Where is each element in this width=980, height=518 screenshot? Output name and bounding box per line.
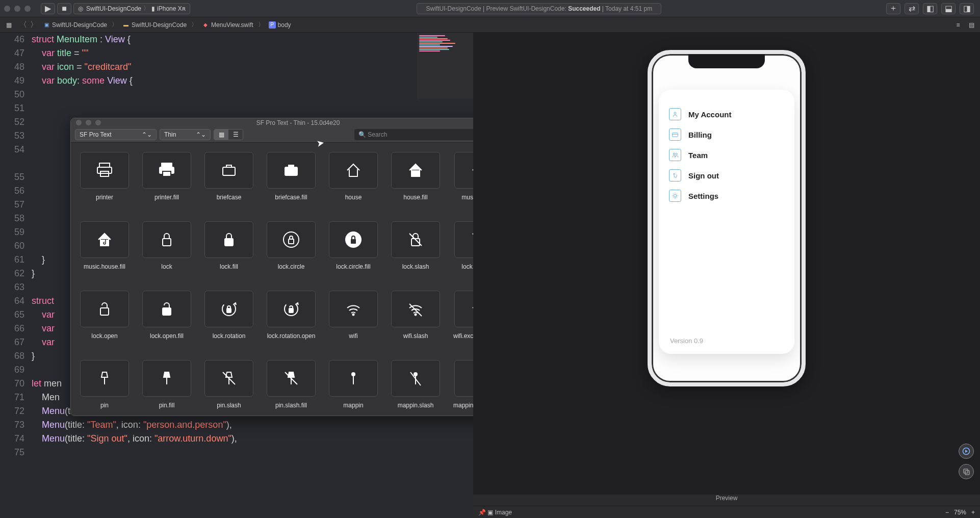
svg-rect-1 [97,167,112,173]
symbol-lock[interactable]: lock [142,221,191,277]
printer-fill-icon [142,152,191,189]
svg-point-25 [415,314,417,316]
symbol-lock-circle-fill[interactable]: lock.circle.fill [329,221,378,277]
symbol-grid[interactable]: printer printer.fill briefcase briefcase… [71,143,473,416]
symbol-printer[interactable]: printer [80,152,129,208]
menu-item-label: Sign out [688,171,719,180]
printer-icon [80,152,129,189]
status-prefix: SwiftUI-DesignCode | Preview SwiftUI-Des… [426,5,566,12]
wifi-icon [329,291,378,327]
svg-point-24 [353,314,354,316]
symbol-house-fill[interactable]: house.fill [391,152,440,208]
svg-point-43 [676,153,677,154]
zoom-in-button[interactable]: + [971,509,975,516]
symbol-label: pin.slash.fill [275,402,307,416]
svg-rect-9 [225,239,233,246]
symbol-lock-fill[interactable]: lock.fill [204,221,253,277]
minimize-window-button[interactable] [14,6,20,12]
symbol-wifi-excl[interactable]: wifi.exclamationm… [453,291,473,347]
symbol-label: pin.slash [217,402,241,416]
adjust-editor-button[interactable]: ▤ [966,19,977,31]
menu-item-gear[interactable]: Settings [669,186,784,206]
app-icon: ◎ [78,5,83,12]
resume-preview-button[interactable] [959,444,974,459]
panel-right-button[interactable]: ◨ [960,3,974,14]
swift-file-icon: ◆ [202,21,209,29]
breadcrumb[interactable]: ▣ SwiftUI-DesignCode 〉 ▬ SwiftUI-DesignC… [43,20,291,29]
symbol-music-house-fill[interactable]: music.house.fill [80,221,129,277]
crumb-symbol: body [278,21,291,29]
symbol-pin-slash-fill[interactable]: pin.slash.fill [267,360,316,416]
symbol-lock-circle[interactable]: lock.circle [267,221,316,277]
symbol-label: house.fill [403,194,427,208]
menu-item-creditcard[interactable]: Billing [669,124,784,145]
symbol-lock-rotation-open[interactable]: lock.rotation.open [267,291,316,347]
pin-icon[interactable]: 📌 [478,509,486,516]
minimap[interactable] [417,33,473,99]
symbol-briefcase[interactable]: briefcase [204,152,253,208]
weight-select[interactable]: Thin⌃⌄ [160,129,211,140]
duplicate-preview-button[interactable] [959,464,974,479]
symbol-briefcase-fill[interactable]: briefcase.fill [267,152,316,208]
people-icon [669,149,681,161]
list-view-button[interactable]: ☰ [228,130,243,140]
symbol-mappin-slash[interactable]: mappin.slash [391,360,440,416]
menu-item-people[interactable]: Team [669,145,784,165]
symbol-house[interactable]: house [329,152,378,208]
symbol-mappin-ellipse[interactable]: mappin.and.ellipse [453,360,473,416]
code-review-button[interactable]: ⇄ [905,3,919,14]
panel-left-button[interactable]: ◧ [923,3,937,14]
symbol-label: lock.open [91,332,117,347]
symbol-lock-slash-fill[interactable]: lock.slash.fill [453,221,473,277]
preview-pane: My Account Billing Team Sign out Setting… [473,33,980,518]
view-mode-toggle[interactable]: ▦ ☰ [214,129,243,140]
panel-bottom-button[interactable]: ⬓ [941,3,956,14]
symbol-pin[interactable]: pin [80,360,129,416]
symbol-label: music.house [461,194,473,208]
symbol-label: wifi [349,332,357,347]
symbol-search-input[interactable]: 🔍 Search [354,129,473,140]
zoom-window-button[interactable] [24,6,31,12]
line-gutter: 464748495051525354 555657585960616263646… [0,33,32,459]
run-button[interactable]: ▶ [41,3,55,14]
symbol-lock-rotation[interactable]: lock.rotation [204,291,253,347]
preview-tab-label[interactable]: Preview [473,495,980,506]
symbol-printer-fill[interactable]: printer.fill [142,152,191,208]
mappin-ellipse-icon [454,360,473,397]
symbol-music-house[interactable]: music.house [453,152,473,208]
scheme-device: iPhone Xʀ [157,5,186,12]
svg-point-44 [674,194,676,197]
symbol-lock-open-fill[interactable]: lock.open.fill [142,291,191,347]
menu-item-label: Team [688,151,708,160]
symbol-pin-fill[interactable]: pin.fill [142,360,191,416]
symbol-wifi-slash[interactable]: wifi.slash [391,291,440,347]
close-window-button[interactable] [4,6,10,12]
preview-canvas[interactable]: My Account Billing Team Sign out Setting… [473,33,980,495]
symbol-label: mappin [343,402,363,416]
menu-item-person[interactable]: My Account [669,104,784,124]
stop-button[interactable]: ■ [57,3,71,14]
image-icon: ▣ [487,509,493,516]
symbol-mappin[interactable]: mappin [329,360,378,416]
nav-forward-button[interactable]: 〉 [30,20,38,30]
related-items-button[interactable]: ▦ [3,19,14,31]
svg-rect-7 [285,167,297,175]
nav-back-button[interactable]: 〈 [19,20,27,30]
symbol-pin-slash[interactable]: pin.slash [204,360,253,416]
panel-minimize-button[interactable] [86,120,91,125]
symbol-label: lock.fill [220,263,238,277]
zoom-out-button[interactable]: − [945,509,949,516]
panel-close-button[interactable] [76,120,82,125]
editor-options-button[interactable]: ≡ [952,19,964,31]
symbol-lock-slash[interactable]: lock.slash [391,221,440,277]
code-editor[interactable]: 464748495051525354 555657585960616263646… [0,33,473,518]
panel-zoom-button[interactable] [95,120,101,125]
menu-item-uturn[interactable]: Sign out [669,165,784,186]
symbol-wifi[interactable]: wifi [329,291,378,347]
scheme-selector[interactable]: ◎ SwiftUI-DesignCode 〉 ▮ iPhone Xʀ [73,3,190,14]
symbol-lock-open[interactable]: lock.open [80,291,129,347]
scheme-project: SwiftUI-DesignCode [86,5,141,12]
add-tab-button[interactable]: ＋ [886,3,900,14]
font-select[interactable]: SF Pro Text⌃⌄ [75,129,157,140]
grid-view-button[interactable]: ▦ [214,130,228,140]
